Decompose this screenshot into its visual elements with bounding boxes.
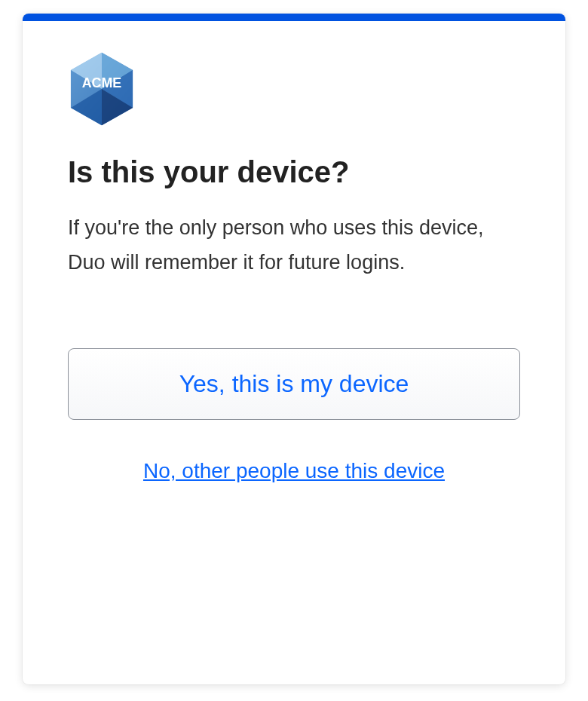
secondary-action-wrap: No, other people use this device: [68, 459, 520, 483]
logo-text: ACME: [82, 75, 122, 90]
confirm-my-device-button[interactable]: Yes, this is my device: [68, 348, 520, 420]
brand-logo: ACME: [68, 51, 520, 127]
card-content: ACME Is this your device? If you're the …: [23, 21, 565, 513]
auth-card: ACME Is this your device? If you're the …: [23, 14, 565, 684]
hexagon-logo-icon: ACME: [68, 51, 136, 127]
card-accent-bar: [23, 14, 565, 21]
page-heading: Is this your device?: [68, 154, 520, 190]
page-description: If you're the only person who uses this …: [68, 211, 520, 280]
shared-device-link[interactable]: No, other people use this device: [143, 459, 445, 483]
